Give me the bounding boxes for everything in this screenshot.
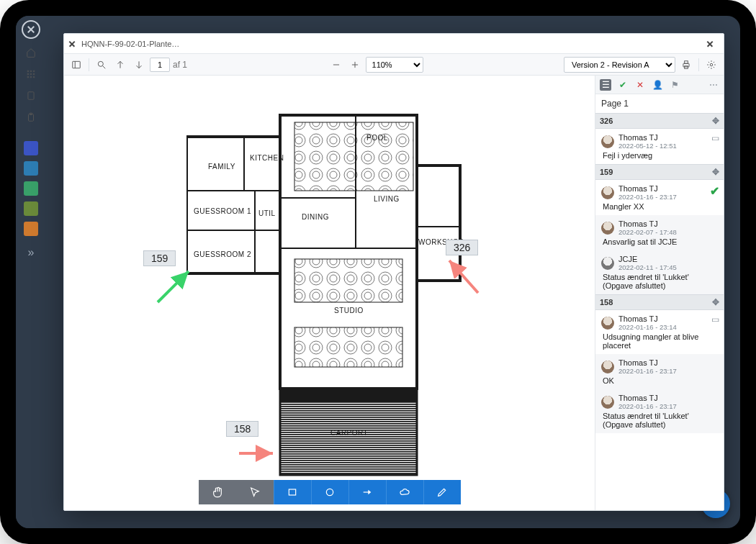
sidebar-toggle-icon[interactable] [68,57,84,73]
svg-rect-12 [73,61,81,68]
move-icon[interactable]: ✥ [712,116,719,126]
move-icon[interactable]: ✥ [712,167,719,177]
close-tab-icon[interactable] [68,40,76,47]
zoom-out-icon[interactable] [328,57,344,73]
svg-rect-39 [294,122,413,191]
svg-text:STUDIO: STUDIO [334,307,364,314]
svg-text:DINING: DINING [302,213,329,221]
comment-entry[interactable]: Thomas TJ 2022-01-16 - 23:17 Mangler XX … [595,180,724,215]
rail-module-green[interactable] [24,181,38,196]
version-select[interactable]: Version 2 - Revision A [564,57,675,73]
svg-rect-21 [683,63,689,67]
svg-text:KITCHEN: KITCHEN [250,154,284,162]
filter-more-icon[interactable]: ⋯ [708,79,719,91]
comments-filter-bar: ☰ ✔ ✕ 👤 ⚑ ⋯ [595,76,724,94]
arrow-326 [442,253,485,296]
calendar-icon: ▭ [711,133,719,143]
svg-point-2 [33,71,35,72]
comment-date: 2022-02-07 - 17:48 [618,228,677,236]
svg-line-15 [103,65,106,68]
settings-icon[interactable] [703,57,719,73]
rail-module-orange[interactable] [24,222,38,236]
app-logo-icon[interactable] [22,20,40,39]
comment-date: 2022-02-11 - 17:45 [618,263,677,271]
svg-point-6 [27,76,29,78]
comment-entry[interactable]: Thomas TJ 2022-02-07 - 17:48 Ansvarlig s… [595,215,724,250]
pointer-tool[interactable] [236,480,274,504]
circle-tool[interactable] [311,480,348,504]
comment-text: Udsugning mangler at blive placeret [601,332,718,350]
comments-panel: ☰ ✔ ✕ 👤 ⚑ ⋯ Page 1 326✥ Thomas TJ 2022-0… [595,76,724,510]
svg-rect-58 [289,489,295,495]
check-icon: ✔ [710,184,719,198]
svg-point-7 [30,76,32,78]
svg-point-4 [30,73,32,75]
viewer-body: FAMILY KITCHEN GUESSROOM 1 GUESSROOM 2 U… [64,76,724,510]
svg-line-56 [449,260,478,293]
filter-user-icon[interactable]: 👤 [652,79,663,91]
filter-list-icon[interactable]: ☰ [600,79,611,91]
comment-entry[interactable]: Thomas TJ 2022-01-16 - 23:14 Udsugning m… [595,310,724,354]
comment-user: Thomas TJ [618,133,677,142]
svg-point-1 [30,71,32,72]
rail-grid-icon[interactable] [23,66,39,82]
rail-module-blue[interactable] [24,141,38,155]
svg-rect-22 [685,60,688,63]
rail-module-lightblue[interactable] [24,161,38,176]
svg-rect-23 [685,65,688,68]
tab-title[interactable]: HQNN-F-99-02-01-Plante… [81,40,179,48]
svg-text:POOL: POOL [366,134,388,142]
comment-entry[interactable]: Thomas TJ 2022-01-16 - 23:17 OK [595,354,724,389]
comment-entry[interactable]: JCJE 2022-02-11 - 17:45 Status ændret ti… [595,250,724,294]
comment-entry[interactable]: Thomas TJ 2022-05-12 - 12:51 Fejl i yder… [595,129,724,164]
hand-tool[interactable] [199,480,236,504]
comment-date: 2022-01-16 - 23:14 [618,323,677,331]
rail-module-olive[interactable] [24,201,38,216]
svg-text:LIVING: LIVING [374,195,400,203]
rect-tool[interactable] [274,480,311,504]
svg-point-0 [27,71,29,72]
cloud-tool[interactable] [386,480,423,504]
titlebar: HQNN-F-99-02-01-Plante… [64,34,724,54]
comment-thread-header[interactable]: 159✥ [595,164,724,180]
svg-point-59 [326,489,333,495]
arrow-tool[interactable] [348,480,386,504]
comment-date: 2022-01-16 - 23:17 [618,367,677,375]
page-input[interactable] [150,58,170,72]
comment-text: Status ændret til 'Lukket' (Opgave afslu… [601,412,718,429]
avatar [601,186,614,199]
rail-doc-icon[interactable] [23,88,39,104]
rail-home-icon[interactable] [23,45,39,60]
svg-point-3 [27,73,29,75]
zoom-select[interactable]: 110% [366,57,423,73]
print-icon[interactable] [678,57,694,73]
calendar-icon: ▭ [711,314,719,325]
drawing-canvas[interactable]: FAMILY KITCHEN GUESSROOM 1 GUESSROOM 2 U… [64,76,595,510]
search-icon[interactable] [94,57,109,73]
svg-text:CARPORT: CARPORT [330,429,368,437]
rail-clipboard-icon[interactable] [23,109,39,125]
page-label: Page 1 [595,94,724,113]
comment-thread-header[interactable]: 158✥ [595,294,724,310]
svg-text:FAMILY: FAMILY [208,163,235,171]
filter-x-icon[interactable]: ✕ [634,79,646,91]
comment-user: Thomas TJ [618,219,677,228]
svg-point-5 [33,73,35,75]
zoom-in-icon[interactable] [347,57,363,73]
svg-text:GUESSROOM 1: GUESSROOM 1 [194,207,251,215]
page-down-icon[interactable] [131,57,147,73]
arrow-158 [235,432,279,475]
pencil-tool[interactable] [423,480,461,504]
filter-flag-icon[interactable]: ⚑ [669,79,680,91]
close-window-icon[interactable] [706,40,714,47]
filter-check-icon[interactable]: ✔ [617,79,629,91]
comment-entry[interactable]: Thomas TJ 2022-01-16 - 23:17 Status ændr… [595,389,724,433]
comment-user: Thomas TJ [618,394,677,402]
app-rail: » [16,16,46,528]
comment-thread-header[interactable]: 326✥ [595,113,724,129]
svg-point-8 [33,76,35,78]
move-icon[interactable]: ✥ [712,297,719,307]
comment-user: Thomas TJ [618,184,677,193]
rail-expand-icon[interactable]: » [28,246,35,259]
page-up-icon[interactable] [112,57,128,73]
